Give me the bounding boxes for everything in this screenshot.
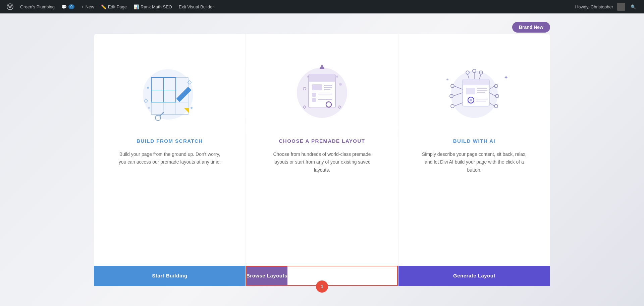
premade-card-title: CHOOSE A PREMADE LAYOUT xyxy=(279,138,365,144)
premade-card-description: Choose from hundreds of world-class prem… xyxy=(268,150,376,174)
premade-illustration xyxy=(278,54,366,128)
admin-search-button[interactable]: 🔍 xyxy=(627,0,640,13)
browse-layouts-button[interactable]: Browse Layouts xyxy=(246,266,287,286)
comment-count: 0 xyxy=(68,4,74,9)
ai-card-description: Simply describe your page content, sit b… xyxy=(421,150,528,174)
main-content: Brand New xyxy=(0,13,644,306)
edit-icon: ✏️ xyxy=(101,4,106,9)
svg-point-50 xyxy=(470,99,472,101)
exit-builder-link[interactable]: Exit Visual Builder xyxy=(176,0,217,13)
admin-bar: W Green's Plumbing 💬 0 + New ✏️ Edit Pag… xyxy=(0,0,644,13)
svg-text:✦: ✦ xyxy=(446,77,449,82)
admin-bar-right: Howdy, Christopher 🔍 xyxy=(573,0,640,13)
plus-icon: + xyxy=(81,4,84,9)
svg-rect-44 xyxy=(463,83,489,85)
wp-logo-button[interactable]: W xyxy=(4,0,16,13)
build-from-scratch-card: BUILD FROM SCRATCH Build your page from … xyxy=(94,34,246,286)
svg-point-17 xyxy=(191,107,193,109)
rank-math-icon: 📊 xyxy=(133,4,139,9)
comments-link[interactable]: 💬 0 xyxy=(59,0,77,13)
start-building-button[interactable]: Start Building xyxy=(94,266,246,286)
avatar xyxy=(617,3,625,11)
svg-rect-31 xyxy=(312,98,316,102)
svg-point-63 xyxy=(494,104,498,108)
comment-icon: 💬 xyxy=(61,4,67,9)
build-with-ai-card: ✦ ✦ BUILD WITH AI Simply describe your p… xyxy=(398,34,550,286)
svg-marker-34 xyxy=(319,64,325,69)
brand-new-badge[interactable]: Brand New xyxy=(512,22,550,33)
svg-point-40 xyxy=(336,76,338,78)
svg-rect-29 xyxy=(312,93,316,97)
cards-container: BUILD FROM SCRATCH Build your page from … xyxy=(94,34,550,286)
rank-math-link[interactable]: 📊 Rank Math SEO xyxy=(131,0,175,13)
svg-point-57 xyxy=(451,104,454,108)
scratch-illustration xyxy=(126,54,213,128)
new-content-button[interactable]: + New xyxy=(78,0,97,13)
ai-illustration: ✦ ✦ xyxy=(431,54,518,128)
svg-point-18 xyxy=(148,107,150,109)
site-name-text: Green's Plumbing xyxy=(20,4,55,9)
edit-page-link[interactable]: ✏️ Edit Page xyxy=(98,0,129,13)
ai-card-title: BUILD WITH AI xyxy=(453,138,495,144)
edit-page-label: Edit Page xyxy=(108,4,127,9)
svg-text:✦: ✦ xyxy=(504,75,508,80)
new-label: New xyxy=(86,4,94,9)
svg-point-36 xyxy=(339,83,342,86)
rank-math-label: Rank Math SEO xyxy=(141,4,172,9)
scratch-card-title: BUILD FROM SCRATCH xyxy=(137,138,203,144)
exit-builder-label: Exit Visual Builder xyxy=(179,4,214,9)
svg-rect-25 xyxy=(312,84,322,90)
site-name-link[interactable]: Green's Plumbing xyxy=(17,0,57,13)
browse-layouts-wrapper: Browse Layouts 1 xyxy=(246,266,398,286)
scratch-card-description: Build your page from the ground up. Don'… xyxy=(116,150,223,167)
svg-rect-45 xyxy=(466,88,475,94)
howdy-text: Howdy, Christopher xyxy=(573,4,616,9)
svg-text:W: W xyxy=(8,5,12,9)
premade-layout-card: CHOOSE A PREMADE LAYOUT Choose from hund… xyxy=(246,34,398,286)
svg-point-16 xyxy=(147,87,149,89)
svg-rect-24 xyxy=(309,78,335,82)
generate-layout-button[interactable]: Generate Layout xyxy=(398,266,550,286)
browse-badge: 1 xyxy=(316,280,328,293)
svg-point-39 xyxy=(307,76,309,78)
